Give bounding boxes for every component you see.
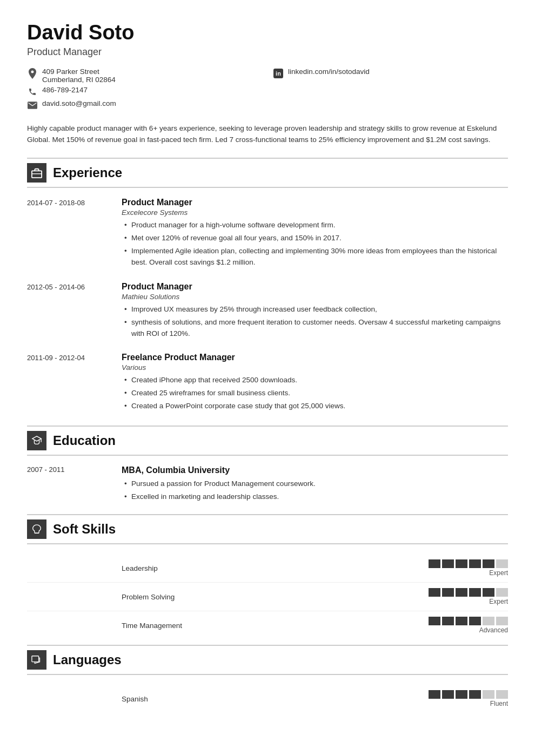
- skill-bar: [456, 588, 467, 597]
- exp-bullet: Product manager for a high-volume softwa…: [122, 220, 508, 231]
- skill-bar: [483, 690, 494, 699]
- exp-dates: 2011-09 - 2012-04: [27, 353, 111, 414]
- contact-linkedin: in linkedin.com/in/sotodavid: [273, 68, 508, 79]
- experience-section-header: Experience: [27, 158, 508, 188]
- education-list: 2007 - 2011MBA, Columbia UniversityPursu…: [27, 465, 508, 504]
- language-level: Fluent: [490, 700, 508, 707]
- exp-job-title: Product Manager: [122, 198, 508, 207]
- resume-header: David Soto Product Manager 409 Parker St…: [27, 22, 508, 113]
- experience-item: 2012-05 - 2014-06Product ManagerMathieu …: [27, 282, 508, 341]
- edu-degree: MBA, Columbia University: [122, 465, 508, 475]
- education-item: 2007 - 2011MBA, Columbia UniversityPursu…: [27, 465, 508, 504]
- candidate-name: David Soto: [27, 22, 508, 44]
- summary-text: Highly capable product manager with 6+ y…: [27, 123, 508, 146]
- skill-bar: [496, 559, 508, 568]
- skill-bar: [429, 559, 440, 568]
- skill-bar: [483, 617, 494, 625]
- skill-bar: [469, 690, 481, 699]
- svg-rect-0: [32, 171, 42, 178]
- skill-bar: [496, 617, 508, 625]
- email-text: david.soto@gmail.com: [42, 99, 116, 107]
- experience-icon: [27, 163, 46, 183]
- education-title: Education: [53, 433, 116, 448]
- skill-bar: [456, 617, 467, 625]
- experience-title: Experience: [53, 165, 122, 180]
- linkedin-icon: in: [273, 68, 284, 79]
- contact-address-col: 409 Parker Street Cumberland, RI 02864 4…: [27, 68, 262, 113]
- contact-phone: 486-789-2147: [27, 86, 262, 97]
- exp-job-title: Product Manager: [122, 282, 508, 292]
- skill-bar: [483, 559, 494, 568]
- skill-level: Advanced: [479, 626, 508, 634]
- skill-item: Time ManagementAdvanced: [27, 611, 508, 639]
- edu-dates: 2007 - 2011: [27, 465, 111, 504]
- skill-name: Leadership: [122, 564, 418, 572]
- experience-list: 2014-07 - 2018-08Product ManagerExceleco…: [27, 198, 508, 414]
- exp-company: Excelecore Systems: [122, 208, 508, 217]
- email-icon: [27, 100, 38, 111]
- languages-list: SpanishFluent: [27, 685, 508, 713]
- exp-bullet: synthesis of solutions, and more frequen…: [122, 317, 508, 340]
- skill-bar: [442, 588, 454, 597]
- skill-bar: [496, 690, 508, 699]
- exp-company: Mathieu Solutions: [122, 293, 508, 301]
- skill-bar: [483, 588, 494, 597]
- skill-bar: [442, 690, 454, 699]
- skill-name: Time Management: [122, 622, 418, 630]
- exp-job-title: Freelance Product Manager: [122, 353, 508, 362]
- exp-dates: 2014-07 - 2018-08: [27, 198, 111, 270]
- skill-bar: [469, 617, 481, 625]
- edu-bullet: Pursued a passion for Product Management…: [122, 478, 508, 490]
- skill-bar: [469, 559, 481, 568]
- exp-dates: 2012-05 - 2014-06: [27, 282, 111, 341]
- skill-bar: [429, 588, 440, 597]
- soft-skills-title: Soft Skills: [53, 522, 116, 537]
- experience-item: 2011-09 - 2012-04Freelance Product Manag…: [27, 353, 508, 414]
- language-item: SpanishFluent: [27, 685, 508, 713]
- skill-bar: [429, 617, 440, 625]
- exp-bullet: Met over 120% of revenue goal all four y…: [122, 233, 508, 244]
- exp-bullet: Created 25 wireframes for small business…: [122, 388, 508, 399]
- contact-grid: 409 Parker Street Cumberland, RI 02864 4…: [27, 68, 508, 113]
- location-icon: [27, 68, 38, 79]
- exp-bullet: Created a PowerPoint corporate case stud…: [122, 401, 508, 412]
- experience-item: 2014-07 - 2018-08Product ManagerExceleco…: [27, 198, 508, 270]
- skill-level: Expert: [489, 569, 508, 577]
- skill-bar: [442, 617, 454, 625]
- soft-skills-section-header: Soft Skills: [27, 514, 508, 544]
- languages-section-header: Languages: [27, 645, 508, 675]
- exp-company: Various: [122, 363, 508, 372]
- skill-item: LeadershipExpert: [27, 554, 508, 583]
- linkedin-text: linkedin.com/in/sotodavid: [288, 68, 370, 76]
- soft-skills-list: LeadershipExpertProblem SolvingExpertTim…: [27, 554, 508, 639]
- skill-bar: [469, 588, 481, 597]
- svg-rect-4: [32, 656, 39, 662]
- exp-bullet: Implemented Agile ideation plan, collect…: [122, 246, 508, 268]
- phone-text: 486-789-2147: [42, 86, 88, 94]
- education-section-header: Education: [27, 426, 508, 456]
- edu-bullet: Excelled in marketing and leadership cla…: [122, 491, 508, 503]
- soft-skills-icon: [27, 519, 46, 539]
- skill-name: Problem Solving: [122, 593, 418, 601]
- contact-email: david.soto@gmail.com: [27, 99, 262, 111]
- contact-address: 409 Parker Street Cumberland, RI 02864: [27, 68, 262, 84]
- candidate-title: Product Manager: [27, 46, 508, 58]
- skill-bar: [429, 690, 440, 699]
- language-name: Spanish: [122, 695, 418, 703]
- languages-title: Languages: [53, 652, 122, 667]
- skill-bar: [496, 588, 508, 597]
- education-icon: [27, 431, 46, 450]
- skill-level: Expert: [489, 598, 508, 605]
- skill-bar: [456, 690, 467, 699]
- contact-linkedin-col: in linkedin.com/in/sotodavid: [273, 68, 508, 113]
- languages-icon: [27, 650, 46, 670]
- exp-bullet: Improved UX measures by 25% through incr…: [122, 304, 508, 315]
- exp-bullet: Created iPhone app that received 2500 do…: [122, 375, 508, 386]
- skill-bar: [442, 559, 454, 568]
- skill-item: Problem SolvingExpert: [27, 583, 508, 611]
- skill-bar: [456, 559, 467, 568]
- phone-icon: [27, 86, 38, 97]
